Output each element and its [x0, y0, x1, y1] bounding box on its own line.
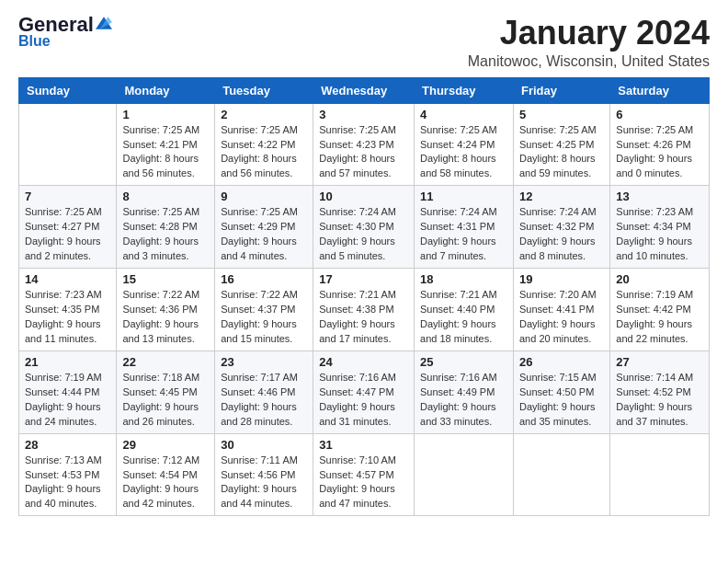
cell-info: Sunrise: 7:23 AMSunset: 4:35 PMDaylight:… [25, 288, 110, 347]
cell-info: Sunrise: 7:25 AMSunset: 4:24 PMDaylight:… [420, 123, 507, 182]
calendar-cell: 14Sunrise: 7:23 AMSunset: 4:35 PMDayligh… [19, 269, 117, 351]
calendar-cell: 15Sunrise: 7:22 AMSunset: 4:36 PMDayligh… [117, 269, 215, 351]
calendar-cell: 1Sunrise: 7:25 AMSunset: 4:21 PMDaylight… [117, 103, 215, 186]
week-row-3: 14Sunrise: 7:23 AMSunset: 4:35 PMDayligh… [19, 269, 710, 351]
cell-info: Sunrise: 7:25 AMSunset: 4:26 PMDaylight:… [616, 123, 703, 182]
day-number: 12 [519, 190, 604, 203]
cell-info: Sunrise: 7:25 AMSunset: 4:25 PMDaylight:… [519, 123, 604, 182]
cell-info: Sunrise: 7:25 AMSunset: 4:27 PMDaylight:… [25, 205, 110, 264]
cell-info: Sunrise: 7:15 AMSunset: 4:50 PMDaylight:… [519, 371, 604, 430]
cell-info: Sunrise: 7:25 AMSunset: 4:21 PMDaylight:… [122, 123, 209, 182]
col-header-wednesday: Wednesday [313, 77, 415, 103]
calendar-cell: 2Sunrise: 7:25 AMSunset: 4:22 PMDaylight… [215, 103, 313, 186]
calendar-cell: 9Sunrise: 7:25 AMSunset: 4:29 PMDaylight… [215, 186, 313, 269]
day-number: 30 [221, 438, 307, 452]
week-row-5: 28Sunrise: 7:13 AMSunset: 4:53 PMDayligh… [19, 433, 710, 516]
calendar-cell: 26Sunrise: 7:15 AMSunset: 4:50 PMDayligh… [513, 350, 609, 433]
cell-info: Sunrise: 7:25 AMSunset: 4:23 PMDaylight:… [319, 123, 408, 182]
cell-info: Sunrise: 7:21 AMSunset: 4:40 PMDaylight:… [420, 288, 507, 347]
day-number: 2 [221, 108, 307, 121]
calendar-cell: 13Sunrise: 7:23 AMSunset: 4:34 PMDayligh… [610, 186, 710, 269]
calendar-cell: 30Sunrise: 7:11 AMSunset: 4:56 PMDayligh… [215, 433, 313, 516]
col-header-saturday: Saturday [610, 77, 710, 103]
day-number: 26 [519, 355, 604, 369]
calendar-cell [610, 433, 710, 516]
col-header-friday: Friday [513, 77, 609, 103]
calendar-cell: 24Sunrise: 7:16 AMSunset: 4:47 PMDayligh… [313, 350, 415, 433]
title-area: January 2024 Manitowoc, Wisconsin, Unite… [468, 15, 710, 70]
col-header-sunday: Sunday [19, 77, 117, 103]
day-number: 11 [420, 190, 507, 203]
day-number: 3 [319, 108, 408, 121]
calendar-cell: 4Sunrise: 7:25 AMSunset: 4:24 PMDaylight… [415, 103, 514, 186]
day-number: 20 [616, 272, 703, 286]
calendar-cell: 8Sunrise: 7:25 AMSunset: 4:28 PMDaylight… [117, 186, 215, 269]
calendar-cell: 31Sunrise: 7:10 AMSunset: 4:57 PMDayligh… [313, 433, 415, 516]
day-number: 14 [25, 272, 110, 286]
cell-info: Sunrise: 7:18 AMSunset: 4:45 PMDaylight:… [122, 371, 209, 430]
header: General Blue January 2024 Manitowoc, Wis… [18, 15, 710, 70]
calendar-cell [415, 433, 514, 516]
day-number: 25 [420, 355, 507, 369]
cell-info: Sunrise: 7:22 AMSunset: 4:36 PMDaylight:… [122, 288, 209, 347]
day-number: 21 [25, 355, 110, 369]
day-number: 28 [25, 438, 110, 452]
day-number: 6 [616, 108, 703, 121]
cell-info: Sunrise: 7:24 AMSunset: 4:31 PMDaylight:… [420, 205, 507, 264]
cell-info: Sunrise: 7:14 AMSunset: 4:52 PMDaylight:… [616, 371, 703, 430]
calendar-cell: 10Sunrise: 7:24 AMSunset: 4:30 PMDayligh… [313, 186, 415, 269]
calendar-cell: 11Sunrise: 7:24 AMSunset: 4:31 PMDayligh… [415, 186, 514, 269]
calendar-cell: 22Sunrise: 7:18 AMSunset: 4:45 PMDayligh… [117, 350, 215, 433]
calendar-cell: 5Sunrise: 7:25 AMSunset: 4:25 PMDaylight… [513, 103, 609, 186]
day-number: 8 [122, 190, 209, 203]
day-number: 10 [319, 190, 408, 203]
col-header-thursday: Thursday [415, 77, 514, 103]
logo-blue: Blue [18, 33, 51, 50]
day-number: 24 [319, 355, 408, 369]
day-number: 18 [420, 272, 507, 286]
calendar-cell: 29Sunrise: 7:12 AMSunset: 4:54 PMDayligh… [117, 433, 215, 516]
calendar-cell: 7Sunrise: 7:25 AMSunset: 4:27 PMDaylight… [19, 186, 117, 269]
calendar-cell: 20Sunrise: 7:19 AMSunset: 4:42 PMDayligh… [610, 269, 710, 351]
calendar-cell: 6Sunrise: 7:25 AMSunset: 4:26 PMDaylight… [610, 103, 710, 186]
calendar-cell [513, 433, 609, 516]
logo-icon [96, 15, 112, 31]
day-number: 19 [519, 272, 604, 286]
day-number: 5 [519, 108, 604, 121]
col-header-tuesday: Tuesday [215, 77, 313, 103]
day-number: 29 [122, 438, 209, 452]
day-number: 15 [122, 272, 209, 286]
cell-info: Sunrise: 7:25 AMSunset: 4:22 PMDaylight:… [221, 123, 307, 182]
cell-info: Sunrise: 7:21 AMSunset: 4:38 PMDaylight:… [319, 288, 408, 347]
calendar-cell: 3Sunrise: 7:25 AMSunset: 4:23 PMDaylight… [313, 103, 415, 186]
calendar-cell: 17Sunrise: 7:21 AMSunset: 4:38 PMDayligh… [313, 269, 415, 351]
week-row-2: 7Sunrise: 7:25 AMSunset: 4:27 PMDaylight… [19, 186, 710, 269]
day-number: 1 [122, 108, 209, 121]
cell-info: Sunrise: 7:24 AMSunset: 4:32 PMDaylight:… [519, 205, 604, 264]
day-number: 23 [221, 355, 307, 369]
cell-info: Sunrise: 7:13 AMSunset: 4:53 PMDaylight:… [25, 454, 110, 512]
cell-info: Sunrise: 7:17 AMSunset: 4:46 PMDaylight:… [221, 371, 307, 430]
calendar-cell: 12Sunrise: 7:24 AMSunset: 4:32 PMDayligh… [513, 186, 609, 269]
cell-info: Sunrise: 7:11 AMSunset: 4:56 PMDaylight:… [221, 454, 307, 512]
day-number: 17 [319, 272, 408, 286]
cell-info: Sunrise: 7:23 AMSunset: 4:34 PMDaylight:… [616, 205, 703, 264]
day-number: 22 [122, 355, 209, 369]
cell-info: Sunrise: 7:16 AMSunset: 4:49 PMDaylight:… [420, 371, 507, 430]
calendar-cell: 21Sunrise: 7:19 AMSunset: 4:44 PMDayligh… [19, 350, 117, 433]
calendar-cell: 28Sunrise: 7:13 AMSunset: 4:53 PMDayligh… [19, 433, 117, 516]
week-row-1: 1Sunrise: 7:25 AMSunset: 4:21 PMDaylight… [19, 103, 710, 186]
calendar-cell: 25Sunrise: 7:16 AMSunset: 4:49 PMDayligh… [415, 350, 514, 433]
location-title: Manitowoc, Wisconsin, United States [468, 53, 710, 70]
week-row-4: 21Sunrise: 7:19 AMSunset: 4:44 PMDayligh… [19, 350, 710, 433]
calendar-cell [19, 103, 117, 186]
cell-info: Sunrise: 7:22 AMSunset: 4:37 PMDaylight:… [221, 288, 307, 347]
calendar-cell: 18Sunrise: 7:21 AMSunset: 4:40 PMDayligh… [415, 269, 514, 351]
day-number: 7 [25, 190, 110, 203]
day-number: 13 [616, 190, 703, 203]
logo-general: General [18, 15, 94, 35]
cell-info: Sunrise: 7:12 AMSunset: 4:54 PMDaylight:… [122, 454, 209, 512]
day-number: 16 [221, 272, 307, 286]
calendar-table: SundayMondayTuesdayWednesdayThursdayFrid… [18, 77, 710, 517]
cell-info: Sunrise: 7:19 AMSunset: 4:42 PMDaylight:… [616, 288, 703, 347]
